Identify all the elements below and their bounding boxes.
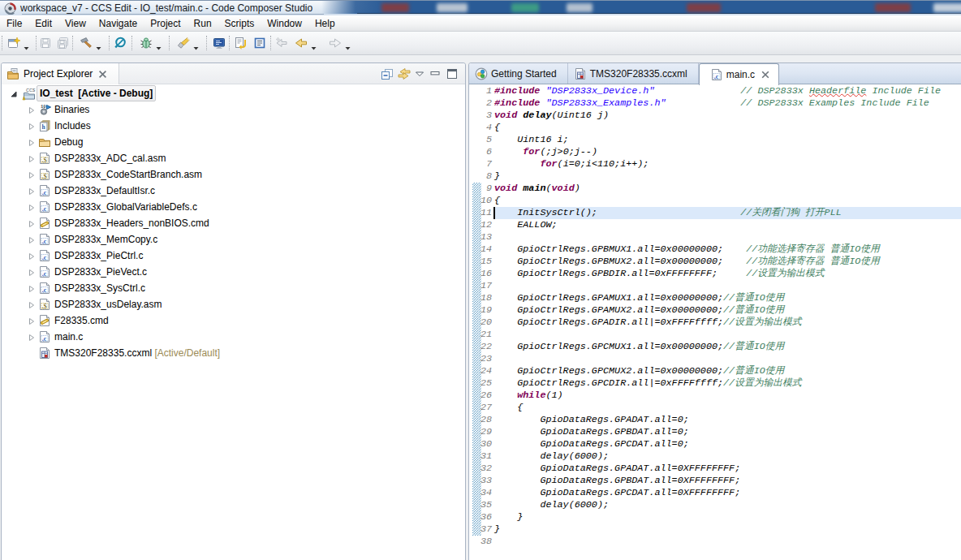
dropdown-arrow-icon[interactable] (96, 41, 101, 45)
code-line[interactable]: 11 InitSysCtrl(); //关闭看门狗 打开PLL (469, 207, 961, 219)
code-line[interactable]: 37} (469, 523, 961, 536)
collapsed-arrow-icon[interactable] (28, 300, 36, 308)
menu-run[interactable]: Run (187, 15, 218, 32)
collapsed-arrow-icon[interactable] (28, 170, 36, 179)
collapsed-arrow-icon[interactable] (28, 106, 36, 114)
code-line[interactable]: 2#include "DSP2833x_Examples.h" // DSP28… (469, 97, 961, 110)
tab-project-explorer[interactable]: Project Explorer (2, 63, 119, 84)
editor-tab-main-c[interactable]: .cmain.c (699, 63, 779, 85)
code-line[interactable]: 24 GpioCtrlRegs.GPCMUX2.all=0x00000000;/… (469, 365, 961, 377)
view-menu-icon[interactable] (415, 67, 424, 80)
next-annotation-icon[interactable] (234, 37, 247, 50)
open-element-icon[interactable] (253, 37, 266, 50)
collapsed-arrow-icon[interactable] (28, 219, 36, 227)
menu-window[interactable]: Window (261, 15, 308, 32)
code-line[interactable]: 16 GpioCtrlRegs.GPBDIR.all=0xFFFFFFFF; /… (469, 268, 961, 280)
collapsed-arrow-icon[interactable] (28, 187, 36, 195)
code-line[interactable]: 33 GpioDataRegs.GPBDAT.all=0XFFFFFFFF; (469, 475, 961, 487)
code-line[interactable]: 15 GpioCtrlRegs.GPBMUX2.all=0x00000000; … (469, 256, 961, 268)
menu-view[interactable]: View (58, 15, 93, 32)
collapsed-arrow-icon[interactable] (28, 268, 36, 276)
code-line[interactable]: 29 GpioDataRegs.GPBDAT.all=0; (469, 426, 961, 438)
flashlight-icon[interactable] (177, 37, 190, 50)
code-line[interactable]: 18 GpioCtrlRegs.GPAMUX1.all=0x00000000;/… (469, 292, 961, 304)
code-line[interactable]: 20 GpioCtrlRegs.GPADIR.all|=0xFFFFffff;/… (469, 317, 961, 329)
maximize-icon[interactable] (446, 67, 459, 80)
editor-tab-getting-started[interactable]: Getting Started (469, 63, 568, 84)
minimize-icon[interactable] (429, 67, 442, 80)
code-line[interactable]: 23 (469, 353, 961, 365)
debug-bug-icon[interactable] (140, 37, 153, 50)
tree-item[interactable]: 10Binaries (2, 101, 465, 118)
dropdown-arrow-icon[interactable] (156, 41, 162, 45)
code-line[interactable]: 31 delay(6000); (469, 450, 961, 463)
tree-item[interactable]: .SDSP2833x_CodeStartBranch.asm (2, 166, 465, 183)
tree-item[interactable]: .cDSP2833x_PieVect.c (2, 264, 465, 280)
code-line[interactable]: 26 while(1) (469, 390, 961, 402)
code-line[interactable]: 14 GpioCtrlRegs.GPBMUX1.all=0x00000000; … (469, 243, 961, 256)
code-line[interactable]: 1#include "DSP2833x_Device.h" // DSP2833… (469, 85, 961, 97)
menu-scripts[interactable]: Scripts (218, 15, 261, 32)
code-line[interactable]: 34 GpioDataRegs.GPCDAT.all=0XFFFFFFFF; (469, 487, 961, 499)
tree-item[interactable]: .cmain.c (2, 329, 465, 345)
collapsed-arrow-icon[interactable] (28, 252, 36, 260)
menu-navigate[interactable]: Navigate (93, 15, 144, 32)
code-line[interactable]: 7 for(i=0;i<110;i++); (469, 158, 961, 170)
code-line[interactable]: 22 GpioCtrlRegs.GPCMUX1.all=0x00000000;/… (469, 341, 961, 353)
expanded-arrow-icon[interactable] (10, 89, 18, 97)
code-line[interactable]: 12 EALLOW; (469, 219, 961, 231)
code-line[interactable]: 10{ (469, 195, 961, 207)
tree-item[interactable]: .cDSP2833x_GlobalVariableDefs.c (2, 199, 465, 215)
collapsed-arrow-icon[interactable] (28, 235, 36, 243)
code-line[interactable]: 17 (469, 280, 961, 292)
collapsed-arrow-icon[interactable] (28, 154, 36, 162)
code-line[interactable]: 3void delay(Uint16 j) (469, 110, 961, 122)
close-tab-icon[interactable] (761, 70, 770, 80)
code-line[interactable]: 8} (469, 170, 961, 183)
menu-file[interactable]: File (0, 15, 28, 32)
collapsed-arrow-icon[interactable] (28, 333, 36, 341)
dropdown-arrow-icon[interactable] (24, 41, 29, 45)
code-line[interactable]: 32 GpioDataRegs.GPADAT.all=0XFFFFFFFF; (469, 463, 961, 475)
collapsed-arrow-icon[interactable] (28, 317, 36, 325)
menu-project[interactable]: Project (144, 15, 187, 32)
build-hammer-icon[interactable] (80, 37, 93, 50)
back-icon[interactable] (295, 37, 308, 50)
code-line[interactable]: 27 { (469, 402, 961, 414)
code-line[interactable]: 21 (469, 329, 961, 341)
tree-item[interactable]: .cDSP2833x_DefaultIsr.c (2, 183, 465, 199)
menu-help[interactable]: Help (308, 15, 342, 32)
tree-item[interactable]: Debug (2, 134, 465, 150)
collapsed-arrow-icon[interactable] (28, 284, 36, 292)
editor-tab-tms320f28335-ccxml[interactable]: TMS320F28335.ccxml (568, 63, 699, 84)
collapsed-arrow-icon[interactable] (28, 122, 36, 130)
code-line[interactable]: 4{ (469, 122, 961, 134)
code-line[interactable]: 25 GpioCtrlRegs.GPCDIR.all|=0xFFFFffff;/… (469, 377, 961, 390)
link-editor-icon[interactable] (398, 67, 411, 80)
tree-item[interactable]: CCS!IO_test [Active - Debug] (2, 85, 465, 101)
debug-slash-icon[interactable] (114, 37, 127, 50)
code-line[interactable]: 35 delay(6000); (469, 499, 961, 511)
tree-item[interactable]: F28335.cmd (2, 312, 465, 329)
dropdown-arrow-icon[interactable] (345, 41, 351, 45)
tree-item[interactable]: TMS320F28335.ccxml [Active/Default] (2, 345, 465, 361)
close-view-icon[interactable] (97, 69, 108, 80)
code-line[interactable]: 30 GpioDataRegs.GPCDAT.all=0; (469, 438, 961, 450)
code-editor[interactable]: 1#include "DSP2833x_Device.h" // DSP2833… (469, 85, 961, 560)
tree-item[interactable]: .cDSP2833x_MemCopy.c (2, 231, 465, 248)
tree-item[interactable]: .SDSP2833x_usDelay.asm (2, 296, 465, 312)
tree-item[interactable]: DSP2833x_Headers_nonBIOS.cmd (2, 215, 465, 231)
new-wizard-icon[interactable] (7, 37, 20, 50)
tree-item[interactable]: hIncludes (2, 118, 465, 134)
dropdown-arrow-icon[interactable] (193, 41, 199, 45)
dropdown-arrow-icon[interactable] (311, 41, 317, 45)
title-bar[interactable]: workspace_v7 - CCS Edit - IO_test/main.c… (0, 0, 961, 15)
code-line[interactable]: 5 Uint16 i; (469, 134, 961, 146)
tree-item[interactable]: .cDSP2833x_PieCtrl.c (2, 248, 465, 264)
code-line[interactable]: 36 } (469, 511, 961, 523)
collapsed-arrow-icon[interactable] (28, 203, 36, 211)
code-line[interactable]: 19 GpioCtrlRegs.GPAMUX2.all=0x00000000;/… (469, 304, 961, 317)
console-icon[interactable] (213, 37, 226, 50)
code-line[interactable]: 6 for(;j>0;j--) (469, 146, 961, 158)
code-line[interactable]: 28 GpioDataRegs.GPADAT.all=0; (469, 414, 961, 426)
